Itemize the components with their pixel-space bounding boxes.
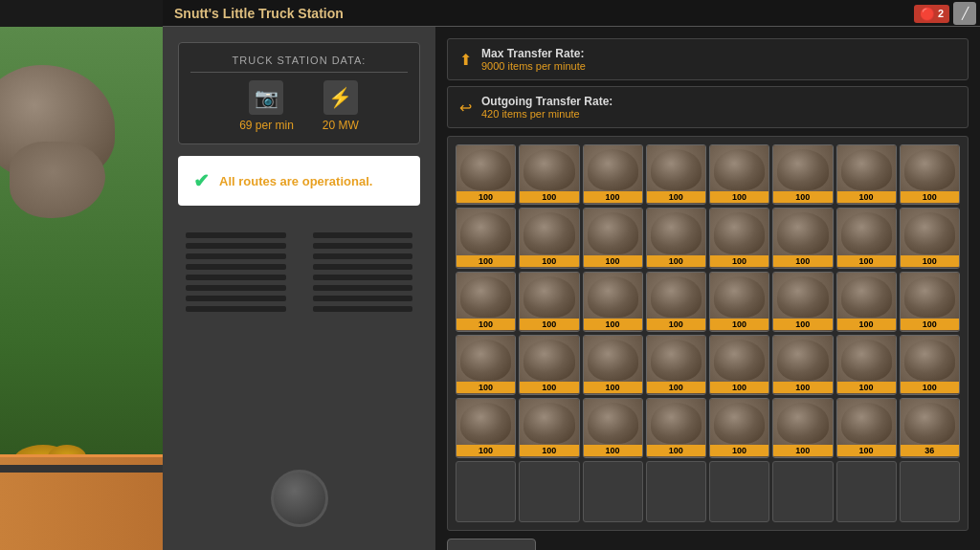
power-value: 20 MW <box>323 119 359 132</box>
inventory-slot[interactable]: 100 <box>519 208 579 268</box>
item-count: 100 <box>457 319 515 330</box>
title-bar: Snutt's Little Truck Station 🔴 2 ╱ <box>163 0 980 27</box>
max-transfer-label: Max Transfer Rate: <box>481 47 586 60</box>
item-count: 100 <box>901 382 959 393</box>
inventory-slot[interactable]: 100 <box>646 208 706 268</box>
top-right-icons: 🔴 2 ╱ <box>884 0 980 27</box>
inventory-slot[interactable]: 100 <box>709 144 769 205</box>
status-box: ✔ All routes are operational. <box>178 156 420 206</box>
inventory-slot[interactable]: 100 <box>709 272 769 332</box>
item-count: 100 <box>647 382 705 393</box>
item-count: 100 <box>647 445 705 456</box>
item-count: 100 <box>773 191 832 203</box>
throughput-value: 69 per min <box>239 119 294 132</box>
sort-button[interactable]: ≡↑ Sort <box>447 539 536 551</box>
inventory-slot[interactable]: 100 <box>836 335 897 395</box>
max-transfer-row: ⬆ Max Transfer Rate: 9000 items per minu… <box>447 38 969 80</box>
item-count: 100 <box>520 191 578 203</box>
inventory-slot[interactable] <box>900 461 960 521</box>
bg-train-stripe <box>0 465 167 473</box>
inventory-slot[interactable]: 100 <box>900 335 960 395</box>
inventory-slot[interactable]: 100 <box>646 398 706 458</box>
item-count: 100 <box>457 445 515 456</box>
item-count: 100 <box>710 445 768 456</box>
inventory-slot[interactable]: 100 <box>646 144 706 205</box>
inventory-slot[interactable]: 100 <box>646 335 706 395</box>
inventory-slot[interactable]: 100 <box>456 398 516 458</box>
item-count: 100 <box>584 445 642 456</box>
inventory-slot[interactable]: 100 <box>583 144 643 205</box>
item-count: 100 <box>901 255 959 267</box>
item-count: 100 <box>901 191 959 203</box>
inventory-slot[interactable]: 100 <box>709 208 769 268</box>
item-count: 100 <box>773 255 832 267</box>
inventory-slot[interactable]: 100 <box>772 272 833 332</box>
inventory-slot[interactable]: 100 <box>900 208 960 268</box>
item-count: 36 <box>901 445 959 456</box>
inventory-slot[interactable] <box>456 461 516 521</box>
inventory-slot[interactable]: 100 <box>519 272 579 332</box>
item-count: 100 <box>647 255 705 267</box>
inventory-slot[interactable]: 100 <box>836 208 897 268</box>
inventory-slot[interactable]: 100 <box>456 335 516 395</box>
inventory-slot[interactable]: 100 <box>519 335 579 395</box>
inventory-slot[interactable] <box>709 461 769 521</box>
inventory-slot[interactable]: 100 <box>772 144 833 205</box>
inventory-slot[interactable]: 100 <box>836 144 897 205</box>
inventory-slot[interactable]: 100 <box>456 272 516 332</box>
bg-rock-2 <box>10 142 105 218</box>
item-count: 100 <box>584 382 642 393</box>
inventory-slot[interactable]: 100 <box>709 335 769 395</box>
inventory-slot[interactable]: 36 <box>900 398 960 458</box>
grille-right <box>305 225 421 443</box>
inventory-slot[interactable]: 100 <box>772 208 833 268</box>
item-count: 100 <box>773 319 832 330</box>
item-count: 100 <box>520 255 578 267</box>
inventory-slot[interactable] <box>583 461 643 521</box>
inventory-slot[interactable]: 100 <box>456 144 516 205</box>
item-count: 100 <box>647 319 705 330</box>
inventory-slot[interactable]: 100 <box>583 272 643 332</box>
item-count: 100 <box>457 382 515 393</box>
status-check-icon: ✔ <box>193 169 210 192</box>
grille-line <box>186 253 286 259</box>
inventory-slot[interactable]: 100 <box>900 144 960 205</box>
power-icon: ⚡ <box>323 80 358 115</box>
grille-line <box>186 306 286 312</box>
inventory-slot[interactable] <box>646 461 706 521</box>
inventory-slot[interactable]: 100 <box>583 398 643 458</box>
inventory-slot[interactable] <box>519 461 579 521</box>
control-knob[interactable] <box>271 470 328 527</box>
transfer-info: ⬆ Max Transfer Rate: 9000 items per minu… <box>447 38 969 128</box>
inventory-slot[interactable] <box>772 461 833 521</box>
inventory-slot[interactable]: 100 <box>646 272 706 332</box>
inventory-slot[interactable]: 100 <box>836 398 897 458</box>
inventory-slot[interactable]: 100 <box>709 398 769 458</box>
inventory-grid: 1001001001001001001001001001001001001001… <box>447 136 969 531</box>
inventory-slot[interactable]: 100 <box>772 398 833 458</box>
grille-line <box>313 275 413 280</box>
diagonal-button[interactable]: ╱ <box>953 2 976 25</box>
grille-line <box>313 306 413 312</box>
item-count: 100 <box>837 445 896 456</box>
grille-line <box>313 243 413 249</box>
grille-left <box>178 225 294 443</box>
inventory-slot[interactable]: 100 <box>583 335 643 395</box>
inventory-slot[interactable]: 100 <box>519 144 579 205</box>
right-panel: ⬆ Max Transfer Rate: 9000 items per minu… <box>435 27 980 550</box>
item-count: 100 <box>457 255 515 267</box>
inventory-slot[interactable]: 100 <box>836 272 897 332</box>
item-count: 100 <box>773 382 832 393</box>
grille-line <box>186 285 286 291</box>
outgoing-transfer-label: Outgoing Transfer Rate: <box>481 95 612 108</box>
notification-badge[interactable]: 🔴 2 <box>914 5 949 23</box>
inventory-slot[interactable]: 100 <box>583 208 643 268</box>
item-count: 100 <box>584 319 642 330</box>
item-count: 100 <box>901 319 959 330</box>
inventory-slot[interactable]: 100 <box>772 335 833 395</box>
inventory-slot[interactable]: 100 <box>456 208 516 268</box>
item-count: 100 <box>520 319 578 330</box>
inventory-slot[interactable]: 100 <box>900 272 960 332</box>
inventory-slot[interactable]: 100 <box>519 398 579 458</box>
inventory-slot[interactable] <box>836 461 897 521</box>
